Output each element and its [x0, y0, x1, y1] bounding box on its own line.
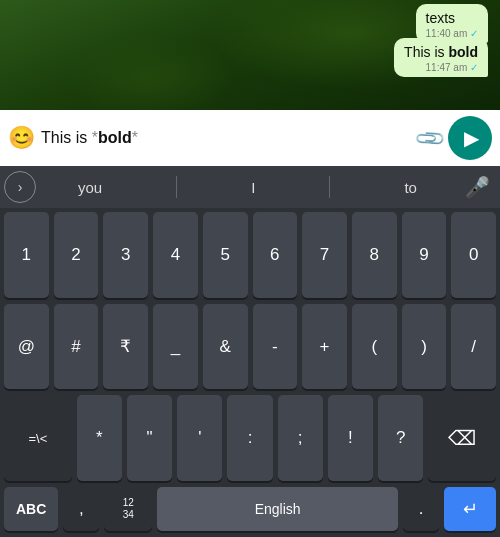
key-colon[interactable]: : — [227, 395, 272, 481]
key-slash[interactable]: / — [451, 304, 496, 390]
abc-key[interactable]: ABC — [4, 487, 58, 531]
key-7[interactable]: 7 — [302, 212, 347, 298]
divider-1 — [176, 176, 177, 198]
suggestions-words: you I to — [36, 175, 459, 200]
message-bubble-2: This is bold 11:47 am ✓ — [394, 38, 488, 77]
suggestions-expand[interactable]: › — [4, 171, 36, 203]
key-exclaim[interactable]: ! — [328, 395, 373, 481]
key-minus[interactable]: - — [253, 304, 298, 390]
key-5[interactable]: 5 — [203, 212, 248, 298]
key-4[interactable]: 4 — [153, 212, 198, 298]
emoji-button[interactable]: 😊 — [8, 125, 35, 151]
attach-button[interactable]: 📎 — [412, 121, 447, 156]
key-apostrophe[interactable]: ' — [177, 395, 222, 481]
suggestion-to[interactable]: to — [394, 175, 427, 200]
divider-2 — [329, 176, 330, 198]
key-6[interactable]: 6 — [253, 212, 298, 298]
number-row: 1 2 3 4 5 6 7 8 9 0 — [4, 212, 496, 298]
send-button[interactable]: ▶ — [448, 116, 492, 160]
key-ampersand[interactable]: & — [203, 304, 248, 390]
key-underscore[interactable]: _ — [153, 304, 198, 390]
bubble2-check: ✓ — [470, 62, 478, 73]
bubble2-time: 11:47 am ✓ — [404, 62, 478, 73]
key-2[interactable]: 2 — [54, 212, 99, 298]
key-asterisk[interactable]: * — [77, 395, 122, 481]
input-bold-text: bold — [98, 129, 132, 146]
period-key[interactable]: . — [403, 487, 439, 531]
key-rupee[interactable]: ₹ — [103, 304, 148, 390]
key-hash[interactable]: # — [54, 304, 99, 390]
key-3[interactable]: 3 — [103, 212, 148, 298]
bubble2-text: This is bold — [404, 44, 478, 60]
enter-icon: ↵ — [463, 498, 478, 520]
key-quote[interactable]: " — [127, 395, 172, 481]
asterisk-2: * — [132, 129, 138, 146]
keyboard: › you I to 🎤 1 2 3 4 5 6 7 8 9 0 @ # — [0, 166, 500, 537]
num-layout-key[interactable]: 1234 — [104, 487, 152, 531]
chat-background: texts 11:40 am ✓ This is bold 11:47 am ✓ — [0, 0, 500, 110]
key-9[interactable]: 9 — [402, 212, 447, 298]
message-input[interactable]: This is *bold* — [41, 127, 411, 149]
enter-key[interactable]: ↵ — [444, 487, 496, 531]
suggestion-i[interactable]: I — [241, 175, 265, 200]
bubble1-text: texts — [426, 10, 456, 26]
chevron-right-icon: › — [18, 179, 23, 195]
symbol-row-2: =\< * " ' : ; ! ? ⌫ — [4, 395, 496, 481]
key-rows: 1 2 3 4 5 6 7 8 9 0 @ # ₹ _ & - + ( ) / … — [0, 208, 500, 483]
key-0[interactable]: 0 — [451, 212, 496, 298]
key-1[interactable]: 1 — [4, 212, 49, 298]
language-key[interactable]: English — [157, 487, 398, 531]
backspace-key[interactable]: ⌫ — [428, 395, 496, 481]
suggestion-you[interactable]: you — [68, 175, 112, 200]
mic-button[interactable]: 🎤 — [459, 175, 496, 199]
key-semicolon[interactable]: ; — [278, 395, 323, 481]
send-icon: ▶ — [464, 126, 479, 150]
bottom-row: ABC , 1234 English . ↵ — [0, 483, 500, 537]
key-question[interactable]: ? — [378, 395, 423, 481]
key-8[interactable]: 8 — [352, 212, 397, 298]
suggestions-row: › you I to 🎤 — [0, 166, 500, 208]
key-plus[interactable]: + — [302, 304, 347, 390]
comma-key[interactable]: , — [63, 487, 99, 531]
key-at[interactable]: @ — [4, 304, 49, 390]
symbol-row-1: @ # ₹ _ & - + ( ) / — [4, 304, 496, 390]
input-text-prefix: This is — [41, 129, 92, 146]
key-open-paren[interactable]: ( — [352, 304, 397, 390]
input-bar: 😊 This is *bold* 📎 ▶ — [0, 110, 500, 166]
key-close-paren[interactable]: ) — [402, 304, 447, 390]
key-equals-backslash[interactable]: =\< — [4, 395, 72, 481]
